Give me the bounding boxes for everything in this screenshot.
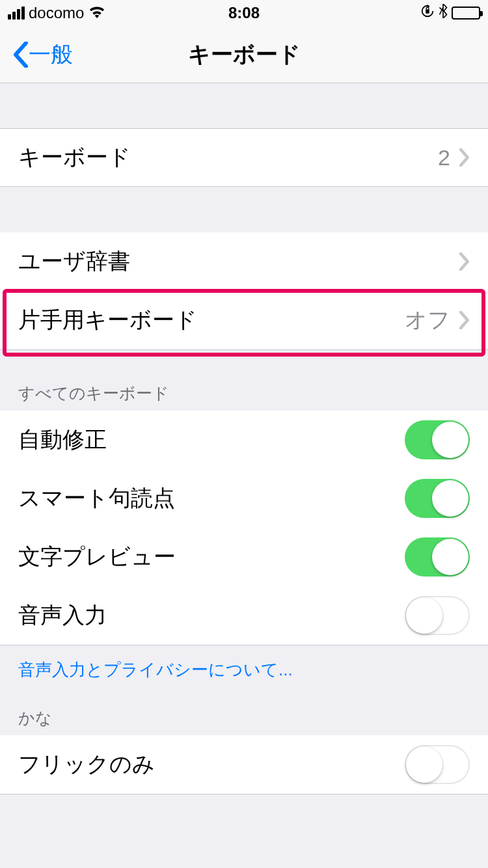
row-smart-punctuation: スマート句読点 [0,469,488,528]
row-one-handed-keyboard[interactable]: 片手用キーボード オフ [0,291,488,349]
toggle-dictation[interactable] [405,596,470,635]
cellular-signal-icon [8,7,25,20]
section-header-kana: かな [0,707,488,735]
dictation-privacy-link[interactable]: 音声入力とプライバシーについて... [0,645,488,694]
row-label: 音声入力 [18,601,405,631]
one-handed-value: オフ [405,305,450,335]
row-label: キーボード [18,142,438,172]
chevron-right-icon [459,311,470,329]
orientation-lock-icon [420,4,435,22]
page-title: キーボード [188,40,301,70]
back-button[interactable]: 一般 [13,40,73,70]
row-keyboards[interactable]: キーボード 2 [0,128,488,187]
svg-rect-0 [426,9,429,13]
row-label: スマート句読点 [18,483,405,513]
row-flick-only: フリックのみ [0,735,488,794]
wifi-icon [88,4,106,22]
chevron-right-icon [459,252,470,271]
row-label: 片手用キーボード [18,305,405,335]
toggle-character-preview[interactable] [405,537,470,576]
carrier-label: docomo [29,4,84,22]
navigation-bar: 一般 キーボード [0,26,488,83]
row-user-dictionary[interactable]: ユーザ辞書 [0,232,488,291]
back-label: 一般 [29,40,73,70]
toggle-auto-correct[interactable] [405,420,470,459]
section-header-all-keyboards: すべてのキーボード [0,383,488,411]
row-label: 自動修正 [18,425,405,455]
battery-icon [452,7,480,20]
toggle-flick-only[interactable] [405,745,470,784]
bluetooth-icon [439,4,448,22]
chevron-right-icon [459,148,470,167]
toggle-smart-punctuation[interactable] [405,479,470,518]
row-label: ユーザ辞書 [18,247,459,277]
row-auto-correct: 自動修正 [0,411,488,469]
chevron-left-icon [13,42,29,68]
row-character-preview: 文字プレビュー [0,528,488,586]
row-label: フリックのみ [18,750,405,780]
row-label: 文字プレビュー [18,542,405,572]
clock: 8:08 [228,4,260,22]
keyboards-count: 2 [438,145,450,170]
status-bar: docomo 8:08 [0,0,488,26]
row-dictation: 音声入力 [0,586,488,645]
